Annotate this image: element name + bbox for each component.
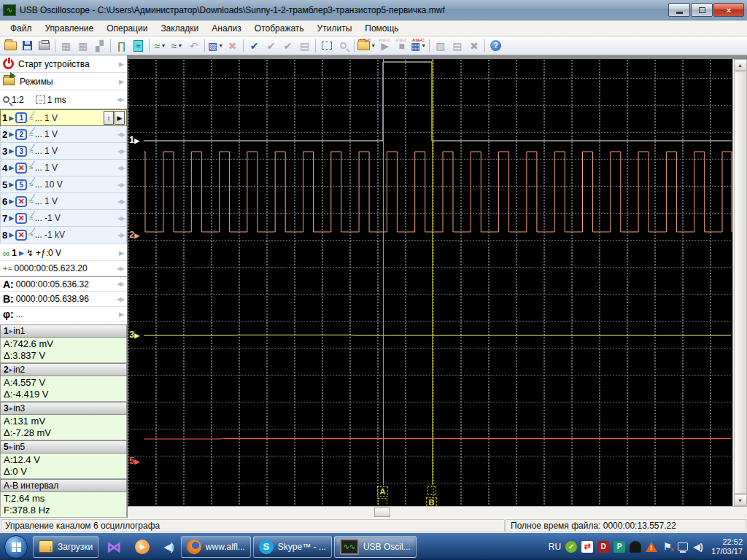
report-button[interactable]: ▤ (296, 38, 313, 54)
save-file-button[interactable] (19, 38, 36, 54)
start-device-button[interactable]: Старт устройства ▶ (0, 55, 127, 73)
channel-row-2[interactable]: 2▶ 2 ≈ ... 1 V ◀▶ (0, 126, 127, 143)
channel-5-spinner[interactable]: ◀▶ (117, 182, 125, 188)
time-spinner[interactable]: ◀▶ (117, 265, 124, 272)
taskbar-mediaplayer-button[interactable]: ▶ (129, 536, 155, 558)
current-time-row[interactable]: +≈ 0000:00:05.623.20 ◀▶ (0, 261, 127, 276)
scroll-up-icon[interactable]: ▲ (734, 59, 747, 71)
minimize-button[interactable] (668, 3, 690, 17)
chart-overlay-button[interactable]: ▧▼ (207, 38, 224, 54)
expand-arrow-icon[interactable]: ▶ (119, 61, 124, 68)
timebase-value[interactable]: 1 ms (47, 95, 66, 105)
menu-file[interactable]: Файл (4, 22, 38, 35)
measure-mode-2-button[interactable]: ≈▼ (169, 38, 185, 54)
channel-2-chip-icon[interactable]: 2 (15, 129, 27, 140)
trigger-level[interactable]: 0 V (48, 248, 61, 258)
cursor-a-line[interactable] (383, 59, 384, 485)
channel-3-chip-icon[interactable]: 3 (15, 146, 27, 157)
shield-icon[interactable]: P (614, 541, 625, 553)
language-indicator[interactable]: RU (549, 542, 561, 552)
scroll-down-icon[interactable]: ▼ (734, 494, 747, 506)
abc-play-button[interactable]: A:B+C▶ (376, 38, 393, 54)
taskbar-kmplayer-button[interactable]: ⋈ (101, 536, 127, 558)
channel-4-chip-icon[interactable]: ✕ (15, 163, 27, 174)
channel-row-6[interactable]: 6▶ ✕ ≈ ... 1 V ◀▶ (0, 193, 127, 210)
action-center-flag-icon[interactable]: ⚑× (662, 541, 673, 553)
channel-5-chip-icon[interactable]: 5 (15, 179, 27, 190)
channel-7-chip-icon[interactable]: ✕ (15, 213, 27, 224)
delete-fragment-button[interactable]: ✖ (224, 38, 241, 54)
process-tools-button[interactable]: ▞ (91, 38, 108, 54)
channel-1-zero-marker[interactable]: 1▶ (129, 134, 139, 145)
expand-arrow-icon[interactable]: ▶ (119, 78, 124, 85)
cursor-b-spinner[interactable]: ◀▶ (117, 296, 124, 303)
cursor-a-handle[interactable] (378, 498, 387, 506)
impulse-view-button[interactable]: ∏ (113, 38, 130, 54)
channel-6-chip-icon[interactable]: ✕ (15, 196, 27, 207)
menu-utilities[interactable]: Утилиты (311, 22, 358, 35)
menu-operations[interactable]: Операции (101, 22, 153, 35)
zoom-spinner[interactable]: ◀▶ (117, 96, 124, 103)
taskbar-firefox-button[interactable]: www.alfl... (181, 536, 251, 558)
zoom-scale[interactable]: 1:2 (12, 95, 24, 105)
cursor-a-spinner[interactable]: ◀▶ (117, 281, 124, 287)
channel-row-7[interactable]: 7▶ ✕ ≈ ... -1 V ◀▶ (0, 210, 127, 227)
channel-3-spinner[interactable]: ◀▶ (117, 148, 125, 155)
channel-6-scale[interactable]: ... 1 V (35, 196, 58, 206)
expand-arrow-icon[interactable]: ▶ (119, 311, 124, 318)
channel-8-spinner[interactable]: ◀▶ (117, 232, 125, 238)
channel-8-chip-icon[interactable]: ✕ (15, 230, 27, 241)
vertical-scrollbar[interactable]: ▲ ▼ (732, 59, 747, 506)
apply-check-button[interactable]: ✔ (246, 38, 263, 54)
current-time-value[interactable]: 0000:00:05.623.20 (14, 263, 87, 273)
antivirus-ok-icon[interactable]: ✓ (565, 541, 577, 553)
taskbar-oscilloscope-button[interactable]: ∿∿USB Oscil... (334, 536, 417, 558)
close-button[interactable]: × (713, 3, 744, 17)
channel-row-4[interactable]: 4▶ ✕ ≈ ... 1 V ◀▶ (0, 160, 127, 176)
network-icon[interactable] (678, 542, 688, 551)
print-button[interactable] (36, 38, 53, 54)
channel-3-scale[interactable]: ... 1 V (35, 146, 58, 156)
restore-button[interactable] (691, 3, 713, 17)
channel-1-scale[interactable]: ... 1 V (35, 113, 58, 123)
alert-icon[interactable]: ! (646, 542, 657, 552)
horizontal-scrollbar[interactable] (128, 506, 747, 518)
open-file-button[interactable] (2, 38, 19, 54)
channel-5-scale[interactable]: ... 10 V (35, 179, 63, 190)
apply-down-2-button[interactable]: ✔ (279, 38, 296, 54)
channel-4-spinner[interactable]: ◀▶ (117, 165, 125, 171)
volume-icon[interactable]: ◀) (692, 541, 704, 553)
taskbar-clock[interactable]: 22:52 17/03/17 (711, 537, 743, 556)
vertical-scroll-thumb[interactable] (734, 71, 747, 494)
abc-stop-button[interactable]: A:B+C■ (393, 38, 410, 54)
channel-row-8[interactable]: 8▶ ✕ ≈ ... -1 kV ◀▶ (0, 227, 127, 244)
help-button[interactable]: ? (487, 38, 504, 54)
edit-waveform-button[interactable]: ≈ (130, 38, 147, 54)
search-fragment-button[interactable] (335, 38, 352, 54)
cursor-a-row[interactable]: A: 0000:00:05.636.32 ◀▶ (0, 276, 127, 292)
channel-6-spinner[interactable]: ◀▶ (117, 198, 125, 205)
oscillogram-canvas[interactable]: 1▶2▶3▶5▶AB (128, 59, 732, 506)
cursor-b-label[interactable]: B (426, 497, 437, 506)
channel-1-expand-button[interactable]: ▶ (115, 111, 125, 125)
horizontal-scroll-thumb[interactable] (374, 508, 390, 517)
cursor-b-handle[interactable] (427, 486, 436, 495)
save-fragment-2-button[interactable]: ▦ (74, 38, 91, 54)
channel-2-scale[interactable]: ... 1 V (35, 129, 58, 139)
channel-5-zero-marker[interactable]: 5▶ (129, 455, 139, 466)
taskbar-downloads-button[interactable]: Загрузки (33, 536, 98, 558)
selection-box-button[interactable] (318, 38, 335, 54)
menu-display[interactable]: Отображать (249, 22, 310, 35)
abc-panel-button[interactable]: A:B+C▦▼ (410, 38, 427, 54)
menu-analysis[interactable]: Анализ (206, 22, 247, 35)
channel-7-spinner[interactable]: ◀▶ (117, 215, 125, 222)
channel-8-scale[interactable]: ... -1 kV (35, 230, 65, 240)
channel-row-3[interactable]: 3▶ 3 ≈ ... 1 V ◀▶ (0, 143, 127, 160)
expand-arrow-icon[interactable]: ▶ (119, 249, 124, 257)
abc-open-button[interactable]: A:B+C▼ (357, 38, 376, 54)
channel-1-level-button[interactable]: ↕ (104, 111, 114, 125)
channel-7-scale[interactable]: ... -1 V (35, 213, 61, 223)
channel-4-scale[interactable]: ... 1 V (35, 163, 58, 173)
undo-button[interactable]: ↶ (185, 38, 202, 54)
modes-button[interactable]: Режимы ▶ (0, 73, 127, 90)
